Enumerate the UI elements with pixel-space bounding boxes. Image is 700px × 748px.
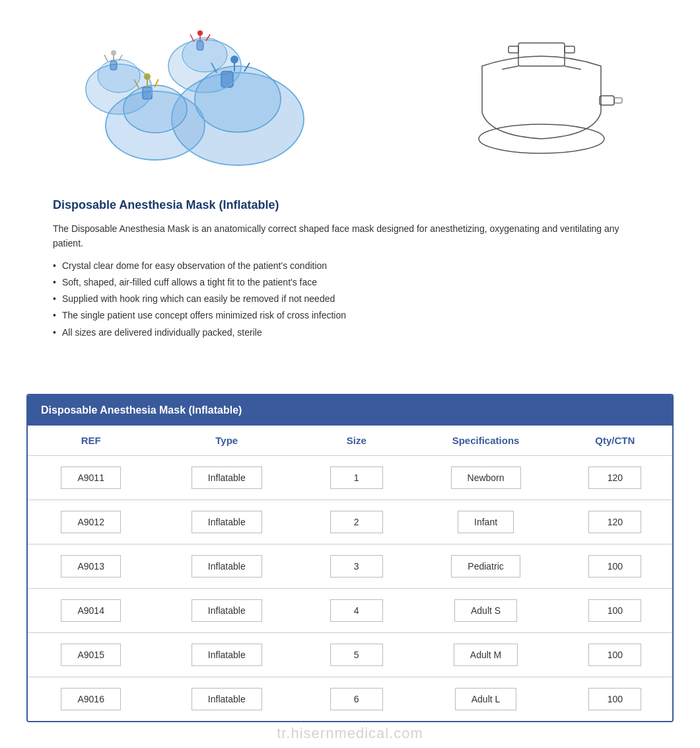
cell-box-qty: 120: [588, 467, 641, 489]
product-image-left: [53, 26, 330, 172]
table-title: Disposable Anesthesia Mask (Inflatable): [28, 395, 672, 426]
watermark: tr.hisernmedical.com: [277, 725, 423, 742]
cell-specifications: Newborn: [413, 455, 557, 500]
cell-box-size: 5: [330, 644, 383, 666]
cell-box-size: 4: [330, 599, 383, 622]
cell-box-type: Inflatable: [192, 467, 262, 489]
cell-size: 6: [299, 677, 413, 721]
cell-type: Inflatable: [154, 632, 299, 677]
product-title: Disposable Anesthesia Mask (Inflatable): [53, 198, 647, 212]
feature-item: Soft, shaped, air-filled cuff allows a t…: [53, 274, 647, 291]
svg-rect-23: [197, 41, 203, 50]
cell-type: Inflatable: [154, 500, 299, 544]
svg-rect-33: [614, 98, 622, 103]
svg-point-20: [111, 50, 116, 56]
product-description: The Disposable Anesthesia Mask is an ana…: [53, 221, 647, 251]
table-section: Disposable Anesthesia Mask (Inflatable) …: [0, 354, 700, 748]
cell-qty: 100: [558, 544, 672, 588]
svg-rect-30: [565, 46, 575, 53]
cell-box-size: 2: [330, 511, 383, 533]
svg-rect-32: [600, 96, 614, 105]
cell-box-specifications: Adult S: [454, 599, 517, 622]
table-row: A9011Inflatable1Newborn120: [28, 455, 672, 500]
cell-box-specifications: Newborn: [451, 467, 521, 489]
cell-size: 4: [299, 588, 413, 632]
cell-ref: A9011: [28, 455, 154, 500]
cell-box-specifications: Pediatric: [451, 555, 520, 578]
cell-size: 3: [299, 544, 413, 588]
table-row: A9012Inflatable2Infant120: [28, 500, 672, 544]
cell-size: 1: [299, 455, 413, 500]
cell-specifications: Pediatric: [413, 544, 557, 588]
table-row: A9014Inflatable4Adult S100: [28, 588, 672, 632]
cell-box-ref: A9011: [61, 467, 120, 489]
cell-box-type: Inflatable: [192, 511, 262, 533]
table-column-header: Type: [154, 426, 299, 456]
svg-rect-16: [110, 61, 117, 70]
feature-item: Crystal clear dome for easy observation …: [53, 258, 647, 274]
cell-specifications: Adult S: [413, 588, 557, 632]
description-section: Disposable Anesthesia Mask (Inflatable) …: [0, 192, 700, 354]
cell-box-qty: 100: [588, 644, 641, 666]
cell-qty: 100: [558, 632, 672, 677]
feature-item: All sizes are delivered individually pac…: [53, 324, 647, 341]
cell-ref: A9014: [28, 588, 154, 632]
cell-box-ref: A9015: [61, 644, 120, 666]
cell-type: Inflatable: [154, 588, 299, 632]
cell-specifications: Adult L: [413, 677, 557, 721]
table-column-header: REF: [28, 426, 154, 456]
cell-ref: A9016: [28, 677, 154, 721]
cell-box-type: Inflatable: [192, 688, 262, 710]
cell-box-specifications: Adult L: [455, 688, 517, 710]
table-column-header: Size: [299, 426, 413, 456]
table-header-row: REFTypeSizeSpecificationsQty/CTN: [28, 426, 672, 456]
svg-rect-29: [508, 46, 518, 53]
svg-line-34: [502, 66, 518, 69]
table-row: A9015Inflatable5Adult M100: [28, 632, 672, 677]
cell-box-specifications: Adult M: [454, 644, 518, 666]
svg-line-35: [565, 66, 581, 69]
svg-line-17: [104, 55, 108, 61]
cell-box-ref: A9013: [61, 555, 120, 578]
svg-point-27: [197, 30, 203, 36]
cell-qty: 120: [558, 455, 672, 500]
cell-box-size: 6: [330, 688, 383, 710]
cell-qty: 100: [558, 588, 672, 632]
cell-box-ref: A9016: [61, 688, 120, 710]
cell-box-type: Inflatable: [192, 599, 262, 622]
cell-type: Inflatable: [154, 677, 299, 721]
table-column-header: Specifications: [413, 426, 557, 456]
cell-size: 5: [299, 632, 413, 677]
table-body: A9011Inflatable1Newborn120A9012Inflatabl…: [28, 455, 672, 721]
cell-box-type: Inflatable: [192, 555, 262, 578]
svg-point-15: [98, 59, 140, 93]
cell-box-specifications: Infant: [458, 511, 514, 533]
table-container: Disposable Anesthesia Mask (Inflatable) …: [26, 394, 674, 722]
cell-type: Inflatable: [154, 544, 299, 588]
table-row: A9016Inflatable6Adult L100: [28, 677, 672, 721]
cell-size: 2: [299, 500, 413, 544]
table-column-header: Qty/CTN: [558, 426, 672, 456]
features-list: Crystal clear dome for easy observation …: [53, 258, 647, 341]
cell-specifications: Infant: [413, 500, 557, 544]
cell-qty: 100: [558, 677, 672, 721]
cell-box-size: 3: [330, 555, 383, 578]
product-image-right: [436, 33, 647, 165]
cell-ref: A9012: [28, 500, 154, 544]
cell-ref: A9015: [28, 632, 154, 677]
cell-box-qty: 100: [588, 555, 641, 578]
cell-box-ref: A9012: [61, 511, 120, 533]
images-section: [0, 0, 700, 192]
svg-point-22: [182, 38, 227, 72]
svg-rect-28: [518, 43, 565, 66]
cell-type: Inflatable: [154, 455, 299, 500]
cell-box-ref: A9014: [61, 599, 120, 622]
cell-ref: A9013: [28, 544, 154, 588]
cell-box-qty: 100: [588, 599, 641, 622]
cell-box-qty: 100: [588, 688, 641, 710]
cell-box-qty: 120: [588, 511, 641, 533]
cell-box-size: 1: [330, 467, 383, 489]
data-table: REFTypeSizeSpecificationsQty/CTN A9011In…: [28, 426, 672, 721]
table-row: A9013Inflatable3Pediatric100: [28, 544, 672, 588]
cell-specifications: Adult M: [413, 632, 557, 677]
